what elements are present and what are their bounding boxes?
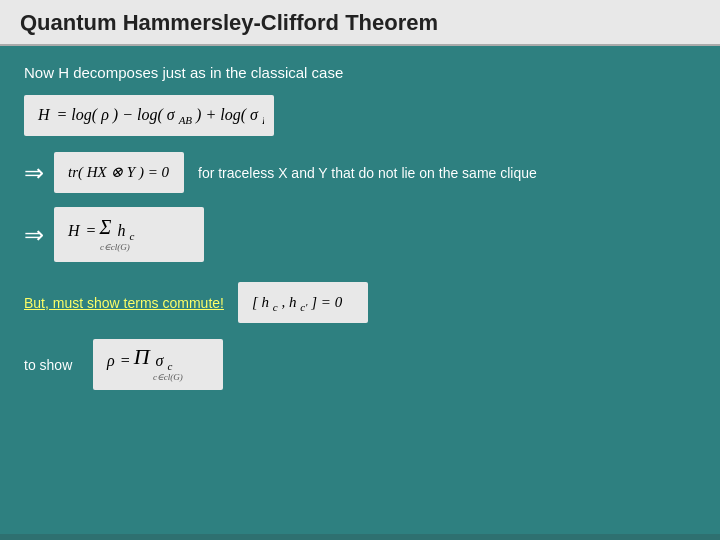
to-show-label: to show <box>24 357 79 373</box>
title-bar: Quantum Hammersley-Clifford Theorem <box>0 0 720 46</box>
formula1-box: H = log( ρ ) − log( σ AB ) + log( σ BC ) <box>24 95 274 136</box>
formula2-box: tr( HX ⊗ Y ) = 0 <box>54 152 184 193</box>
slide-container: Quantum Hammersley-Clifford Theorem Now … <box>0 0 720 540</box>
content-area: Now H decomposes just as in the classica… <box>0 46 720 534</box>
svg-text:ρ
             = 
            : ρ = Π σ c <box>106 344 173 372</box>
subtitle-text: Now H decomposes just as in the classica… <box>24 64 696 81</box>
arrow1-row: ⇒ tr( HX ⊗ Y ) = 0 for traceless X and Y… <box>24 152 696 193</box>
slide-title: Quantum Hammersley-Clifford Theorem <box>20 10 438 35</box>
svg-text:c∈cl(G): c∈cl(G) <box>153 372 183 382</box>
formula1-svg: H = log( ρ ) − log( σ AB ) + log( σ BC ) <box>34 100 264 128</box>
formula5-svg: ρ = Π σ c c∈cl(G) <box>103 344 213 382</box>
formula1-row: H = log( ρ ) − log( σ AB ) + log( σ BC ) <box>24 95 696 136</box>
must-show-label: But, must show terms commute! <box>24 295 224 311</box>
svg-text:tr(
            HX
           : tr( HX ⊗ Y ) = 0 <box>68 164 170 181</box>
arrow2-row: ⇒ H = Σ h c c∈cl(G) <box>24 207 696 262</box>
formula4-box: [ h c , h c' ] = 0 <box>238 282 368 323</box>
svg-text:[
            h
            c
: [ h c , h c' ] = 0 <box>252 294 343 314</box>
formula3-box: H = Σ h c c∈cl(G) <box>54 207 204 262</box>
arrow2-symbol: ⇒ <box>24 221 44 249</box>
arrow1-symbol: ⇒ <box>24 159 44 187</box>
to-show-row: to show ρ = Π σ c c∈cl(G) <box>24 339 696 390</box>
formula5-box: ρ = Π σ c c∈cl(G) <box>93 339 223 390</box>
formula4-svg: [ h c , h c' ] = 0 <box>248 287 358 315</box>
formula2-svg: tr( HX ⊗ Y ) = 0 <box>64 157 174 185</box>
arrow1-explanation: for traceless X and Y that do not lie on… <box>198 165 537 181</box>
svg-text:H
             = log(
        : H = log( ρ ) − log( σ AB ) + log( σ BC ) <box>37 106 264 127</box>
svg-text:H
             = 
            : H = Σ h c <box>67 216 134 242</box>
formula3-svg: H = Σ h c c∈cl(G) <box>64 212 194 254</box>
must-show-row: But, must show terms commute! [ h c , h … <box>24 282 696 323</box>
svg-text:c∈cl(G): c∈cl(G) <box>100 242 130 252</box>
